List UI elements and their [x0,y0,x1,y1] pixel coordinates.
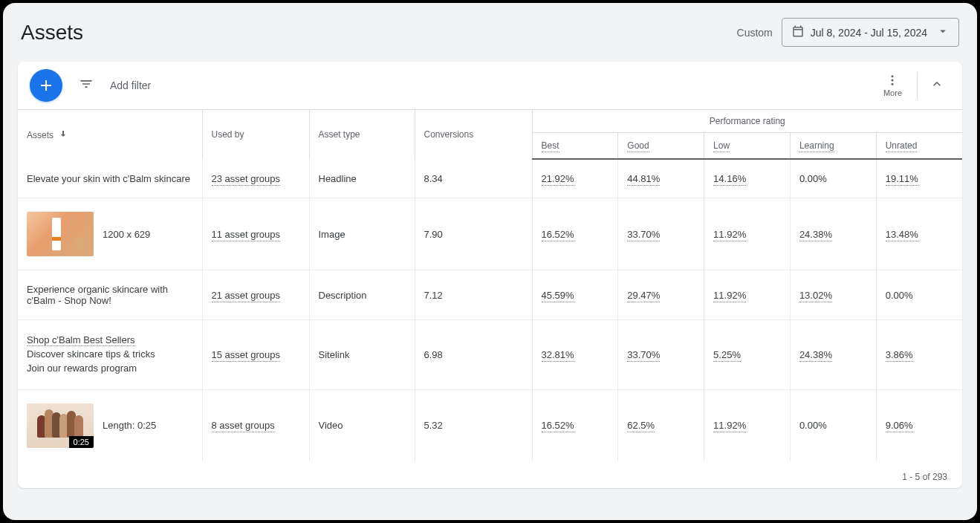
asset-type: Video [309,389,415,461]
rating-good: 29.47% [627,290,660,302]
col-learning[interactable]: Learning [790,133,876,160]
rating-learning: 24.38% [799,349,832,362]
rating-best: 45.59% [542,290,574,302]
asset-thumbnail[interactable] [27,212,94,256]
more-menu-button[interactable]: More [874,74,911,97]
asset-type: Image [309,198,415,270]
rating-good: 44.81% [627,173,660,186]
svg-point-2 [892,83,894,85]
col-used-by[interactable]: Used by [202,110,309,160]
rating-learning: 13.02% [799,290,832,302]
collapse-button[interactable] [924,71,950,100]
col-conversions[interactable]: Conversions [415,110,532,160]
rating-low: 14.16% [713,173,746,186]
table-row[interactable]: 0:25 Length: 0:25 8 asset groups Video 5… [18,389,962,461]
rating-learning: 0.00% [799,173,827,184]
assets-card: Add filter More Asse [18,62,962,488]
rating-low: 11.92% [713,229,746,241]
asset-dimensions: 1200 x 629 [103,229,150,240]
asset-type: Headline [309,159,415,198]
rating-unrated: 19.11% [886,173,918,186]
conversions: 5.32 [415,389,532,461]
conversions: 7.12 [415,270,532,320]
more-vert-icon [886,74,899,87]
table-row[interactable]: Experience organic skincare with c'Balm … [18,270,962,320]
filter-icon[interactable] [79,77,94,94]
col-good[interactable]: Good [618,133,704,160]
col-unrated[interactable]: Unrated [876,133,962,160]
add-asset-button[interactable] [30,69,62,102]
chevron-up-icon [929,77,944,91]
calendar-icon [791,25,805,40]
table-row[interactable]: Shop c'Balm Best Sellers Discover skinca… [18,320,962,390]
date-range-picker[interactable]: Jul 8, 2024 - Jul 15, 2024 [782,18,959,47]
used-by-link[interactable]: 21 asset groups [212,290,281,302]
svg-point-0 [892,75,894,77]
conversions: 8.34 [415,159,532,198]
svg-point-1 [892,79,894,82]
divider [917,72,918,99]
rating-learning: 24.38% [799,229,832,241]
rating-unrated: 13.48% [886,229,918,241]
more-label: More [883,88,902,97]
rating-low: 11.92% [713,290,746,302]
col-low[interactable]: Low [704,133,791,160]
table-row[interactable]: 1200 x 629 11 asset groups Image 7.90 16… [18,198,962,270]
sitelink-desc-2: Join our rewards program [27,363,137,374]
used-by-link[interactable]: 23 asset groups [212,173,281,186]
rating-best: 32.81% [542,349,574,362]
rating-good: 33.70% [627,349,660,362]
date-preset-label: Custom [737,27,773,39]
caret-down-icon [936,25,950,40]
conversions: 7.90 [415,198,532,270]
rating-low: 11.92% [713,420,746,432]
rating-good: 33.70% [627,229,660,241]
rating-good: 62.5% [627,420,655,432]
rating-unrated: 3.86% [886,349,913,362]
asset-text: Elevate your skin with c'Balm skincare [27,173,190,184]
sitelink-title[interactable]: Shop c'Balm Best Sellers [27,334,135,346]
rating-best: 16.52% [542,229,574,241]
conversions: 6.98 [415,320,532,390]
assets-table: Assets Used by Asset type Conversions Pe… [18,109,962,461]
asset-type: Sitelink [309,320,415,390]
table-row[interactable]: Elevate your skin with c'Balm skincare 2… [18,159,962,198]
asset-text: Experience organic skincare with c'Balm … [27,284,168,306]
rating-low: 5.25% [713,349,741,362]
sort-desc-icon [59,130,68,140]
col-best[interactable]: Best [532,133,618,160]
used-by-link[interactable]: 11 asset groups [212,229,281,241]
used-by-link[interactable]: 8 asset groups [212,420,275,432]
asset-thumbnail[interactable]: 0:25 [27,403,94,448]
pagination-label: 1 - 5 of 293 [18,461,962,488]
date-range-text: Jul 8, 2024 - Jul 15, 2024 [811,27,927,39]
plus-icon [37,77,55,94]
rating-unrated: 0.00% [886,290,913,301]
add-filter-button[interactable]: Add filter [110,79,151,91]
rating-best: 16.52% [542,420,574,432]
rating-best: 21.92% [542,173,574,186]
used-by-link[interactable]: 15 asset groups [212,349,281,362]
rating-unrated: 9.06% [886,420,913,432]
col-group-performance: Performance rating [532,110,962,133]
rating-learning: 0.00% [799,420,827,431]
sitelink-desc-1: Discover skincare tips & tricks [27,348,155,360]
asset-type: Description [309,270,415,320]
video-duration-badge: 0:25 [69,436,94,448]
col-asset-type[interactable]: Asset type [309,110,415,160]
page-title: Assets [21,21,83,45]
col-assets[interactable]: Assets [18,110,202,160]
asset-length: Length: 0:25 [103,420,156,431]
